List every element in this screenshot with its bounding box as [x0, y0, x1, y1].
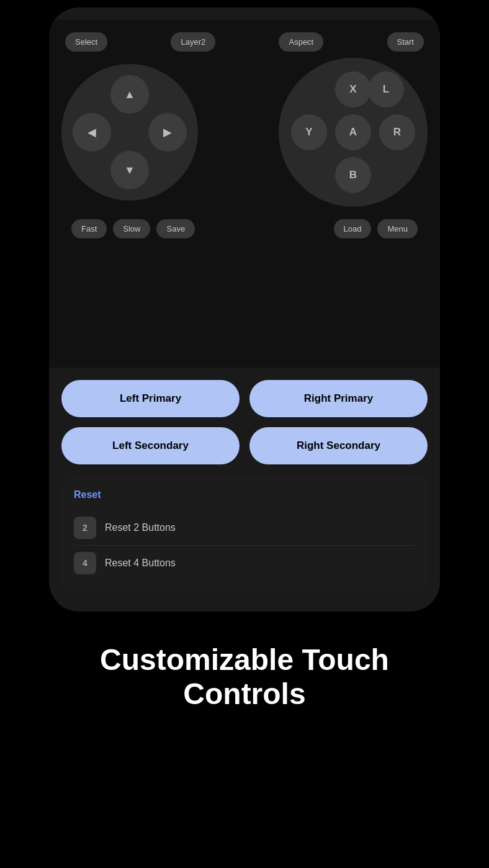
- primary-btn-row: Left Primary Right Primary: [61, 380, 428, 417]
- face-y-button[interactable]: Y: [291, 114, 327, 150]
- face-a-button[interactable]: A: [335, 114, 371, 150]
- aspect-button[interactable]: Aspect: [279, 32, 323, 52]
- reset-2-buttons-item[interactable]: 2 Reset 2 Buttons: [74, 510, 415, 545]
- face-b-button[interactable]: B: [335, 157, 371, 193]
- layer2-button[interactable]: Layer2: [171, 32, 215, 52]
- face-l-button[interactable]: L: [368, 71, 404, 107]
- load-button[interactable]: Load: [334, 219, 372, 238]
- controller-area: Select Layer2 Aspect Start ▲ ▼ ◀ ▶ X L Y…: [49, 20, 440, 368]
- bottom-right-group: Load Menu: [334, 219, 418, 238]
- bottom-button-row: Fast Slow Save Load Menu: [59, 219, 430, 238]
- reset-section: Reset 2 Reset 2 Buttons 4 Reset 4 Button…: [61, 477, 428, 593]
- dpad-up-button[interactable]: ▲: [110, 75, 149, 114]
- right-secondary-button[interactable]: Right Secondary: [249, 427, 428, 464]
- face-r-button[interactable]: R: [379, 114, 415, 150]
- reset-4-icon: 4: [74, 552, 96, 574]
- left-secondary-button[interactable]: Left Secondary: [61, 427, 240, 464]
- pads-row: ▲ ▼ ◀ ▶ X L Y A R B: [59, 58, 430, 207]
- fast-button[interactable]: Fast: [71, 219, 107, 238]
- reset-4-buttons-item[interactable]: 4 Reset 4 Buttons: [74, 545, 415, 581]
- secondary-btn-row: Left Secondary Right Secondary: [61, 427, 428, 464]
- face-cluster: X L Y A R B: [279, 58, 428, 207]
- dpad-down-button[interactable]: ▼: [110, 151, 149, 189]
- action-buttons-section: Left Primary Right Primary Left Secondar…: [49, 368, 440, 471]
- tagline-line2: Controls: [183, 677, 305, 710]
- bottom-left-group: Fast Slow Save: [71, 219, 195, 238]
- reset-2-icon: 2: [74, 517, 96, 539]
- top-button-row: Select Layer2 Aspect Start: [59, 32, 430, 52]
- right-primary-button[interactable]: Right Primary: [249, 380, 428, 417]
- reset-4-label: Reset 4 Buttons: [105, 558, 176, 569]
- slow-button[interactable]: Slow: [113, 219, 150, 238]
- left-primary-button[interactable]: Left Primary: [61, 380, 240, 417]
- reset-title: Reset: [74, 489, 415, 500]
- tagline: Customizable Touch Controls: [75, 612, 414, 748]
- tagline-line1: Customizable Touch: [100, 643, 389, 676]
- reset-2-label: Reset 2 Buttons: [105, 522, 176, 533]
- phone-frame: Select Layer2 Aspect Start ▲ ▼ ◀ ▶ X L Y…: [49, 7, 440, 612]
- select-button[interactable]: Select: [65, 32, 107, 52]
- save-button[interactable]: Save: [156, 219, 195, 238]
- start-button[interactable]: Start: [387, 32, 424, 52]
- dpad-left-button[interactable]: ◀: [73, 113, 111, 151]
- face-x-button[interactable]: X: [335, 71, 371, 107]
- menu-button[interactable]: Menu: [377, 219, 418, 238]
- dpad-right-button[interactable]: ▶: [148, 113, 187, 151]
- dpad-container: ▲ ▼ ◀ ▶: [61, 64, 198, 201]
